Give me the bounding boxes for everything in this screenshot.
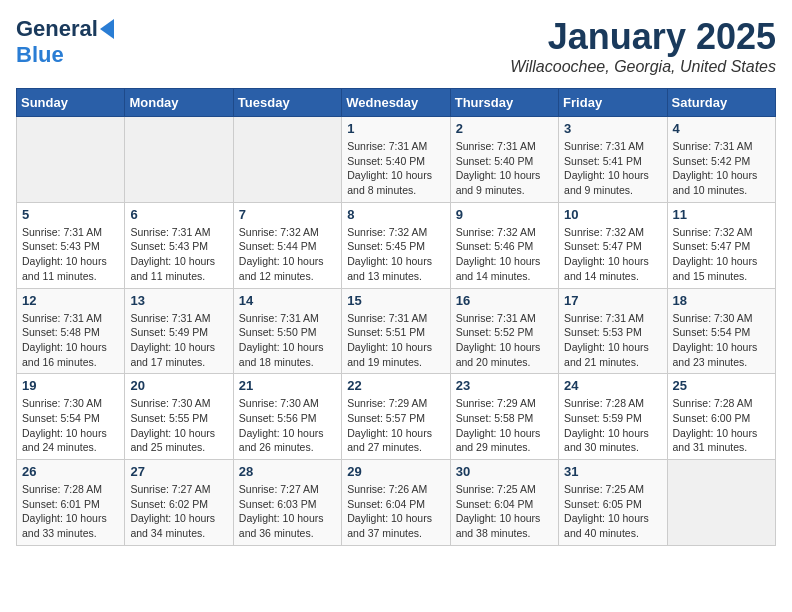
calendar-cell: 23Sunrise: 7:29 AMSunset: 5:58 PMDayligh… [450,374,558,460]
day-number: 14 [239,293,336,308]
calendar-cell: 31Sunrise: 7:25 AMSunset: 6:05 PMDayligh… [559,460,667,546]
day-info: Sunrise: 7:31 AMSunset: 5:40 PMDaylight:… [456,139,553,198]
day-number: 7 [239,207,336,222]
page-header: General Blue January 2025 Willacoochee, … [16,16,776,76]
calendar-cell: 19Sunrise: 7:30 AMSunset: 5:54 PMDayligh… [17,374,125,460]
day-info: Sunrise: 7:27 AMSunset: 6:02 PMDaylight:… [130,482,227,541]
calendar-header: SundayMondayTuesdayWednesdayThursdayFrid… [17,89,776,117]
day-number: 25 [673,378,770,393]
day-number: 4 [673,121,770,136]
day-info: Sunrise: 7:29 AMSunset: 5:58 PMDaylight:… [456,396,553,455]
calendar-table: SundayMondayTuesdayWednesdayThursdayFrid… [16,88,776,546]
calendar-cell: 24Sunrise: 7:28 AMSunset: 5:59 PMDayligh… [559,374,667,460]
day-info: Sunrise: 7:31 AMSunset: 5:50 PMDaylight:… [239,311,336,370]
day-info: Sunrise: 7:32 AMSunset: 5:44 PMDaylight:… [239,225,336,284]
calendar-cell: 20Sunrise: 7:30 AMSunset: 5:55 PMDayligh… [125,374,233,460]
day-info: Sunrise: 7:31 AMSunset: 5:42 PMDaylight:… [673,139,770,198]
day-number: 19 [22,378,119,393]
day-info: Sunrise: 7:30 AMSunset: 5:54 PMDaylight:… [22,396,119,455]
day-number: 2 [456,121,553,136]
day-info: Sunrise: 7:31 AMSunset: 5:40 PMDaylight:… [347,139,444,198]
calendar-cell: 10Sunrise: 7:32 AMSunset: 5:47 PMDayligh… [559,202,667,288]
weekday-header-tuesday: Tuesday [233,89,341,117]
day-number: 30 [456,464,553,479]
calendar-cell: 6Sunrise: 7:31 AMSunset: 5:43 PMDaylight… [125,202,233,288]
calendar-cell: 14Sunrise: 7:31 AMSunset: 5:50 PMDayligh… [233,288,341,374]
day-number: 6 [130,207,227,222]
calendar-cell: 5Sunrise: 7:31 AMSunset: 5:43 PMDaylight… [17,202,125,288]
calendar-cell: 25Sunrise: 7:28 AMSunset: 6:00 PMDayligh… [667,374,775,460]
weekday-header-friday: Friday [559,89,667,117]
day-number: 28 [239,464,336,479]
calendar-cell: 7Sunrise: 7:32 AMSunset: 5:44 PMDaylight… [233,202,341,288]
calendar-cell: 15Sunrise: 7:31 AMSunset: 5:51 PMDayligh… [342,288,450,374]
calendar-week-1: 1Sunrise: 7:31 AMSunset: 5:40 PMDaylight… [17,117,776,203]
weekday-header-monday: Monday [125,89,233,117]
day-number: 15 [347,293,444,308]
day-number: 13 [130,293,227,308]
calendar-cell: 4Sunrise: 7:31 AMSunset: 5:42 PMDaylight… [667,117,775,203]
calendar-cell [17,117,125,203]
day-number: 8 [347,207,444,222]
day-number: 23 [456,378,553,393]
calendar-cell: 3Sunrise: 7:31 AMSunset: 5:41 PMDaylight… [559,117,667,203]
day-number: 3 [564,121,661,136]
day-info: Sunrise: 7:31 AMSunset: 5:43 PMDaylight:… [130,225,227,284]
day-number: 29 [347,464,444,479]
day-number: 24 [564,378,661,393]
calendar-week-2: 5Sunrise: 7:31 AMSunset: 5:43 PMDaylight… [17,202,776,288]
calendar-cell: 17Sunrise: 7:31 AMSunset: 5:53 PMDayligh… [559,288,667,374]
day-number: 20 [130,378,227,393]
calendar-cell: 29Sunrise: 7:26 AMSunset: 6:04 PMDayligh… [342,460,450,546]
calendar-cell [233,117,341,203]
day-number: 21 [239,378,336,393]
calendar-week-4: 19Sunrise: 7:30 AMSunset: 5:54 PMDayligh… [17,374,776,460]
calendar-cell: 1Sunrise: 7:31 AMSunset: 5:40 PMDaylight… [342,117,450,203]
day-number: 5 [22,207,119,222]
calendar-cell: 2Sunrise: 7:31 AMSunset: 5:40 PMDaylight… [450,117,558,203]
day-info: Sunrise: 7:31 AMSunset: 5:48 PMDaylight:… [22,311,119,370]
calendar-cell: 30Sunrise: 7:25 AMSunset: 6:04 PMDayligh… [450,460,558,546]
day-number: 9 [456,207,553,222]
calendar-cell [667,460,775,546]
calendar-cell [125,117,233,203]
calendar-week-5: 26Sunrise: 7:28 AMSunset: 6:01 PMDayligh… [17,460,776,546]
day-number: 11 [673,207,770,222]
day-info: Sunrise: 7:30 AMSunset: 5:55 PMDaylight:… [130,396,227,455]
logo-blue: Blue [16,42,64,67]
calendar-cell: 26Sunrise: 7:28 AMSunset: 6:01 PMDayligh… [17,460,125,546]
day-number: 1 [347,121,444,136]
day-info: Sunrise: 7:31 AMSunset: 5:53 PMDaylight:… [564,311,661,370]
weekday-header-saturday: Saturday [667,89,775,117]
day-info: Sunrise: 7:31 AMSunset: 5:41 PMDaylight:… [564,139,661,198]
day-number: 18 [673,293,770,308]
logo-general: General [16,16,98,42]
weekday-header-thursday: Thursday [450,89,558,117]
day-info: Sunrise: 7:28 AMSunset: 5:59 PMDaylight:… [564,396,661,455]
logo-arrow-icon [100,19,114,39]
day-info: Sunrise: 7:29 AMSunset: 5:57 PMDaylight:… [347,396,444,455]
calendar-cell: 28Sunrise: 7:27 AMSunset: 6:03 PMDayligh… [233,460,341,546]
calendar-week-3: 12Sunrise: 7:31 AMSunset: 5:48 PMDayligh… [17,288,776,374]
day-info: Sunrise: 7:26 AMSunset: 6:04 PMDaylight:… [347,482,444,541]
location-title: Willacoochee, Georgia, United States [510,58,776,76]
day-number: 10 [564,207,661,222]
day-info: Sunrise: 7:32 AMSunset: 5:47 PMDaylight:… [564,225,661,284]
day-number: 27 [130,464,227,479]
month-title: January 2025 [510,16,776,58]
day-info: Sunrise: 7:31 AMSunset: 5:49 PMDaylight:… [130,311,227,370]
weekday-header-sunday: Sunday [17,89,125,117]
calendar-cell: 16Sunrise: 7:31 AMSunset: 5:52 PMDayligh… [450,288,558,374]
day-number: 12 [22,293,119,308]
day-number: 31 [564,464,661,479]
day-info: Sunrise: 7:27 AMSunset: 6:03 PMDaylight:… [239,482,336,541]
calendar-cell: 22Sunrise: 7:29 AMSunset: 5:57 PMDayligh… [342,374,450,460]
day-info: Sunrise: 7:25 AMSunset: 6:05 PMDaylight:… [564,482,661,541]
day-number: 26 [22,464,119,479]
weekday-header-wednesday: Wednesday [342,89,450,117]
day-info: Sunrise: 7:25 AMSunset: 6:04 PMDaylight:… [456,482,553,541]
day-info: Sunrise: 7:31 AMSunset: 5:52 PMDaylight:… [456,311,553,370]
calendar-body: 1Sunrise: 7:31 AMSunset: 5:40 PMDaylight… [17,117,776,546]
calendar-cell: 12Sunrise: 7:31 AMSunset: 5:48 PMDayligh… [17,288,125,374]
calendar-cell: 21Sunrise: 7:30 AMSunset: 5:56 PMDayligh… [233,374,341,460]
